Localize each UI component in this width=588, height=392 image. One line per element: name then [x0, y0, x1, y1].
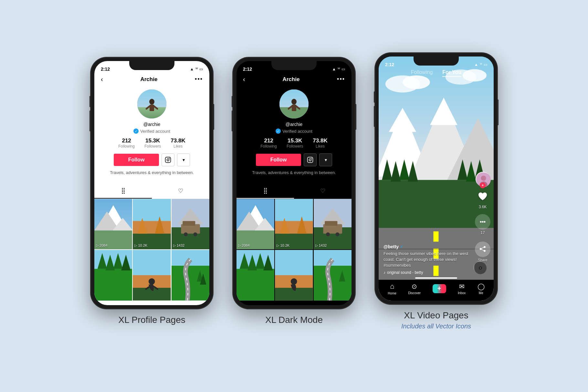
power-btn	[213, 104, 214, 130]
svg-rect-6	[165, 157, 171, 163]
signal-icon-video: ▲	[474, 62, 478, 67]
svg-point-35	[149, 278, 155, 285]
status-icons-video: ▲ ᵂ ▭	[474, 62, 487, 67]
back-button-dark[interactable]: ‹	[243, 76, 245, 83]
video-bottom-info: @betty ✓ Feeling those summer vibes here…	[383, 244, 471, 275]
tab-liked[interactable]: ♡	[152, 183, 209, 199]
instagram-button-dark[interactable]	[304, 153, 317, 166]
video-count-d3: ▷ 1432	[315, 243, 327, 248]
verified-check-video: ✓	[400, 244, 403, 249]
heart-outline-icon-dark: ♡	[320, 187, 325, 194]
video-right-sidebar: + 3.6K	[475, 172, 490, 262]
bio-text-dark: Travels, adventures & everything in betw…	[252, 170, 336, 175]
more-dropdown-button[interactable]: ▾	[177, 153, 190, 166]
phone-dark-frame: 2:12 ▲ ᵂ ▭ ‹ Archie •••	[233, 57, 355, 309]
phone-light-screen: 2:12 ▲ ᵂ ▭ ‹ Archie •••	[94, 61, 209, 305]
follow-plus-icon: +	[480, 182, 486, 188]
svg-point-49	[309, 159, 311, 161]
more-options-button[interactable]: •••	[195, 76, 203, 83]
video-thumb-5[interactable]	[133, 250, 171, 300]
following-count-dark: 212	[260, 138, 277, 144]
tab-liked-dark[interactable]: ♡	[294, 183, 352, 199]
video-thumb-d4[interactable]	[236, 250, 274, 300]
actions-row-dark: Follow ▾	[256, 153, 332, 166]
avatar-image-dark	[279, 89, 309, 119]
volume-up-btn-2	[232, 96, 233, 107]
wifi-icon-dark: ᵂ	[338, 67, 340, 71]
home-icon: ⌂	[390, 282, 394, 291]
profile-header: ‹ Archie •••	[94, 74, 209, 86]
svg-point-2	[149, 99, 154, 105]
create-button[interactable]: +	[433, 284, 446, 293]
video-thumb-3[interactable]: ▷ 1432	[172, 199, 209, 249]
video-sound-row: ♪ original sound - betty	[383, 270, 471, 275]
likes-count-video: 3.6K	[479, 205, 487, 209]
more-options-button-dark[interactable]: •••	[337, 76, 345, 83]
share-action[interactable]: Share	[475, 242, 490, 262]
svg-point-77	[291, 278, 297, 285]
profile-header-dark: ‹ Archie •••	[236, 74, 352, 86]
discover-nav-item[interactable]: ⊙ Discover	[408, 283, 421, 295]
svg-rect-3	[150, 105, 154, 111]
profile-tabs: ⣿ ♡	[94, 183, 209, 199]
phone-2-wrapper: 2:12 ▲ ᵂ ▭ ‹ Archie •••	[233, 57, 355, 325]
video-thumb-d2[interactable]: ▷ 10.2K	[275, 199, 313, 249]
creator-avatar: +	[476, 172, 490, 186]
me-label: Me	[479, 291, 483, 295]
video-thumb-d6[interactable]	[314, 250, 352, 300]
phone-1-wrapper: 2:12 ▲ ᵂ ▭ ‹ Archie •••	[90, 57, 213, 325]
phone-light-label: XL Profile Pages	[118, 315, 185, 325]
like-action[interactable]: 3.6K	[478, 191, 488, 209]
tab-videos[interactable]: ⣿	[94, 183, 152, 199]
phone-video-sublabel: Includes all Vector Icons	[401, 323, 471, 330]
video-username-text: @betty	[383, 244, 399, 249]
video-thumb-1[interactable]: ▷ 2084	[94, 199, 132, 249]
scroll-indicator	[415, 277, 457, 279]
video-thumb-6[interactable]	[172, 250, 209, 300]
svg-point-7	[167, 159, 169, 161]
inbox-icon: ✉	[459, 283, 465, 290]
video-thumb-4[interactable]	[94, 250, 132, 300]
follow-button[interactable]: Follow	[114, 154, 159, 166]
svg-rect-45	[292, 105, 296, 111]
svg-rect-48	[308, 157, 313, 163]
comment-action[interactable]: 17	[475, 214, 490, 235]
follow-button-dark[interactable]: Follow	[256, 154, 301, 166]
creator-avatar-action[interactable]: +	[476, 172, 490, 186]
video-thumb-d1[interactable]: ▷ 2084	[236, 199, 274, 249]
home-nav-item[interactable]: ⌂ Home	[388, 282, 396, 295]
instagram-button[interactable]	[162, 153, 174, 166]
status-time-video: 2:12	[385, 62, 394, 67]
volume-down-btn-3	[374, 106, 375, 127]
power-btn-2	[355, 104, 356, 130]
power-btn-3	[498, 99, 499, 125]
video-thumb-d5[interactable]	[275, 250, 313, 300]
video-sound-text: original sound - betty	[387, 270, 423, 275]
stats-row-dark: 212 Following 15.3K Followers 73.8K Like…	[260, 138, 327, 149]
avatar-dark	[279, 89, 309, 119]
svg-point-67	[335, 232, 339, 236]
following-tab[interactable]: Following	[411, 69, 433, 77]
verified-badge: ✓	[133, 129, 139, 134]
phone-dark-label: XL Dark Mode	[265, 315, 323, 325]
volume-down-btn	[89, 110, 90, 131]
likes-count-dark: 73.8K	[313, 138, 327, 144]
svg-point-8	[169, 158, 170, 159]
more-dropdown-button-dark[interactable]: ▾	[319, 153, 332, 166]
inbox-nav-item[interactable]: ✉ Inbox	[458, 283, 466, 295]
back-button[interactable]: ‹	[101, 76, 103, 83]
svg-point-50	[311, 158, 312, 159]
bottom-nav: ⌂ Home ⊙ Discover + ✉ Inbox ◯ Me	[379, 280, 494, 301]
wifi-icon: ᵂ	[195, 67, 198, 71]
svg-rect-97	[434, 231, 439, 242]
tab-videos-dark[interactable]: ⣿	[236, 183, 294, 199]
svg-point-103	[403, 75, 430, 89]
video-thumb-2[interactable]: ▷ 10.2K	[133, 199, 171, 249]
status-time-dark: 2:12	[243, 67, 252, 72]
video-thumb-d3[interactable]: ▷ 1432	[314, 199, 352, 249]
profile-nav-item[interactable]: ◯ Me	[478, 283, 485, 295]
status-time: 2:12	[101, 67, 110, 72]
followers-stat-dark: 15.3K Followers	[287, 138, 303, 149]
verified-row-dark: ✓ Verified account	[276, 129, 312, 134]
for-you-tab[interactable]: For You	[442, 69, 461, 77]
